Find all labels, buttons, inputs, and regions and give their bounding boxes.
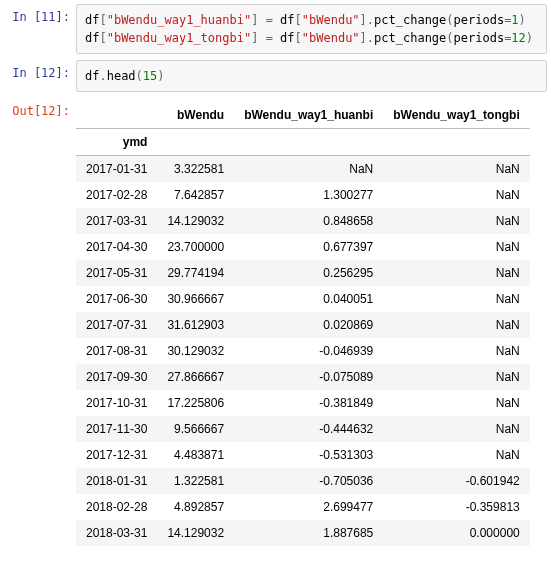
code-input-12[interactable]: df.head(15)	[76, 60, 547, 92]
row-index: 2017-09-30	[76, 364, 157, 390]
cell-value: 3.322581	[157, 156, 234, 183]
table-row: 2017-07-3131.6129030.020869NaN	[76, 312, 530, 338]
row-index: 2017-04-30	[76, 234, 157, 260]
cell-value: 1.887685	[234, 520, 383, 546]
cell-value: NaN	[383, 234, 529, 260]
cell-value: -0.381849	[234, 390, 383, 416]
cell-value: 0.677397	[234, 234, 383, 260]
table-row: 2017-12-314.483871-0.531303NaN	[76, 442, 530, 468]
table-row: 2017-05-3129.7741940.256295NaN	[76, 260, 530, 286]
cell-value: 4.483871	[157, 442, 234, 468]
cell-value: NaN	[383, 312, 529, 338]
cell-value: 14.129032	[157, 208, 234, 234]
row-index: 2017-12-31	[76, 442, 157, 468]
cell-value: NaN	[383, 182, 529, 208]
cell-value: 1.322581	[157, 468, 234, 494]
table-row: 2017-02-287.6428571.300277NaN	[76, 182, 530, 208]
row-index: 2017-03-31	[76, 208, 157, 234]
code-input-11[interactable]: df["bWendu_way1_huanbi"] = df["bWendu"].…	[76, 4, 547, 54]
table-row: 2018-03-3114.1290321.8876850.000000	[76, 520, 530, 546]
cell-value: 17.225806	[157, 390, 234, 416]
table-row: 2017-09-3027.866667-0.075089NaN	[76, 364, 530, 390]
table-row: 2018-01-311.322581-0.705036-0.601942	[76, 468, 530, 494]
row-index: 2017-11-30	[76, 416, 157, 442]
table-row: 2017-10-3117.225806-0.381849NaN	[76, 390, 530, 416]
in-prompt-12: In [12]:	[4, 60, 76, 80]
table-row: 2017-01-313.322581NaNNaN	[76, 156, 530, 183]
cell-value: NaN	[383, 416, 529, 442]
row-index: 2018-02-28	[76, 494, 157, 520]
cell-value: 0.020869	[234, 312, 383, 338]
cell-value: 27.866667	[157, 364, 234, 390]
row-index: 2017-05-31	[76, 260, 157, 286]
in-prompt-11: In [11]:	[4, 4, 76, 24]
cell-value: 2.699477	[234, 494, 383, 520]
cell-out-12: Out[12]: bWendu bWendu_way1_huanbi bWend…	[4, 98, 547, 546]
cell-value: -0.046939	[234, 338, 383, 364]
cell-value: 1.300277	[234, 182, 383, 208]
cell-value: NaN	[383, 286, 529, 312]
row-index: 2017-02-28	[76, 182, 157, 208]
cell-value: 14.129032	[157, 520, 234, 546]
cell-value: 0.256295	[234, 260, 383, 286]
table-row: 2017-06-3030.9666670.040051NaN	[76, 286, 530, 312]
cell-value: NaN	[383, 364, 529, 390]
cell-value: NaN	[383, 260, 529, 286]
cell-value: 30.966667	[157, 286, 234, 312]
cell-value: NaN	[383, 338, 529, 364]
cell-value: NaN	[383, 390, 529, 416]
row-index: 2018-03-31	[76, 520, 157, 546]
cell-value: 29.774194	[157, 260, 234, 286]
code-line: df["bWendu_way1_huanbi"] = df["bWendu"].…	[85, 11, 538, 29]
col-header: bWendu_way1_huanbi	[234, 102, 383, 129]
cell-value: -0.075089	[234, 364, 383, 390]
cell-value: 0.848658	[234, 208, 383, 234]
cell-value: NaN	[383, 208, 529, 234]
cell-value: NaN	[234, 156, 383, 183]
out-prompt-12: Out[12]:	[4, 98, 76, 118]
cell-value: 7.642857	[157, 182, 234, 208]
cell-value: 30.129032	[157, 338, 234, 364]
row-index: 2017-07-31	[76, 312, 157, 338]
table-row: 2018-02-284.8928572.699477-0.359813	[76, 494, 530, 520]
cell-value: -0.705036	[234, 468, 383, 494]
index-name-row: ymd	[76, 129, 530, 156]
cell-value: NaN	[383, 442, 529, 468]
table-row: 2017-08-3130.129032-0.046939NaN	[76, 338, 530, 364]
cell-value: 31.612903	[157, 312, 234, 338]
cell-value: 0.040051	[234, 286, 383, 312]
cell-in-12: In [12]: df.head(15)	[4, 60, 547, 92]
row-index: 2017-08-31	[76, 338, 157, 364]
cell-value: 4.892857	[157, 494, 234, 520]
row-index: 2017-06-30	[76, 286, 157, 312]
row-index: 2017-01-31	[76, 156, 157, 183]
code-line: df.head(15)	[85, 67, 538, 85]
row-index: 2018-01-31	[76, 468, 157, 494]
index-name: ymd	[76, 129, 157, 156]
table-header-row: bWendu bWendu_way1_huanbi bWendu_way1_to…	[76, 102, 530, 129]
cell-value: -0.531303	[234, 442, 383, 468]
cell-value: 0.000000	[383, 520, 529, 546]
cell-value: -0.601942	[383, 468, 529, 494]
row-index: 2017-10-31	[76, 390, 157, 416]
cell-value: -0.444632	[234, 416, 383, 442]
cell-value: -0.359813	[383, 494, 529, 520]
cell-value: 9.566667	[157, 416, 234, 442]
code-line: df["bWendu_way1_tongbi"] = df["bWendu"].…	[85, 29, 538, 47]
table-row: 2017-04-3023.7000000.677397NaN	[76, 234, 530, 260]
table-row: 2017-03-3114.1290320.848658NaN	[76, 208, 530, 234]
col-header: bWendu	[157, 102, 234, 129]
table-row: 2017-11-309.566667-0.444632NaN	[76, 416, 530, 442]
cell-in-11: In [11]: df["bWendu_way1_huanbi"] = df["…	[4, 4, 547, 54]
output-area-12: bWendu bWendu_way1_huanbi bWendu_way1_to…	[76, 98, 547, 546]
cell-value: 23.700000	[157, 234, 234, 260]
index-header-blank	[76, 102, 157, 129]
dataframe-table: bWendu bWendu_way1_huanbi bWendu_way1_to…	[76, 102, 530, 546]
cell-value: NaN	[383, 156, 529, 183]
col-header: bWendu_way1_tongbi	[383, 102, 529, 129]
